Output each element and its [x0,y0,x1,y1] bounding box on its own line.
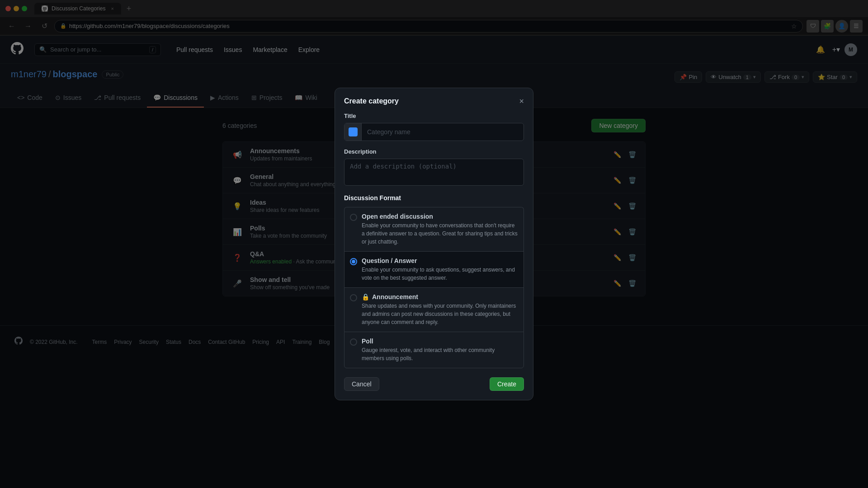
format-poll-content: Poll Gauge interest, vote, and interact … [362,338,518,362]
format-poll-title: Poll [362,338,518,345]
modal-close-btn[interactable]: × [519,97,524,105]
title-label: Title [344,113,524,119]
description-label: Description [344,148,524,155]
modal-overlay[interactable]: Create category × Title Description Disc… [0,0,868,488]
format-qa-desc: Enable your community to ask questions, … [362,266,518,282]
format-open-ended[interactable]: Open ended discussion Enable your commun… [344,207,524,251]
format-section-title: Discussion Format [344,194,524,202]
format-announcement-desc: Share updates and news with your communi… [362,302,518,326]
radio-qa[interactable] [350,258,357,265]
emoji-picker-btn[interactable] [344,123,362,141]
modal-title: Create category [344,97,399,105]
description-textarea[interactable] [344,159,524,186]
format-announcement-title: 🔒 Announcement [362,293,518,300]
description-group: Description [344,148,524,187]
emoji-preview [349,127,358,136]
format-poll-desc: Gauge interest, vote, and interact with … [362,346,518,362]
format-qa-title: Question / Answer [362,257,518,264]
radio-announcement[interactable] [350,294,357,301]
format-announcement-content: 🔒 Announcement Share updates and news wi… [362,293,518,326]
format-qa-content: Question / Answer Enable your community … [362,257,518,282]
format-options: Open ended discussion Enable your commun… [344,207,524,368]
format-qa[interactable]: Question / Answer Enable your community … [344,251,524,287]
create-category-modal: Create category × Title Description Disc… [335,88,533,400]
modal-footer: Cancel Create [344,377,524,391]
radio-open-ended[interactable] [350,214,357,221]
create-btn[interactable]: Create [490,377,524,391]
format-open-ended-desc: Enable your community to have conversati… [362,221,518,246]
title-input-row [344,123,524,141]
modal-header: Create category × [344,97,524,105]
format-group: Discussion Format Open ended discussion … [344,194,524,368]
format-poll[interactable]: Poll Gauge interest, vote, and interact … [344,332,524,368]
radio-poll[interactable] [350,338,357,346]
format-open-ended-content: Open ended discussion Enable your commun… [362,213,518,246]
lock-icon: 🔒 [362,293,369,300]
format-open-ended-title: Open ended discussion [362,213,518,220]
title-group: Title [344,113,524,141]
radio-qa-dot [352,260,355,263]
category-name-input[interactable] [362,125,524,139]
format-announcement[interactable]: 🔒 Announcement Share updates and news wi… [344,287,524,332]
cancel-btn[interactable]: Cancel [344,377,379,391]
